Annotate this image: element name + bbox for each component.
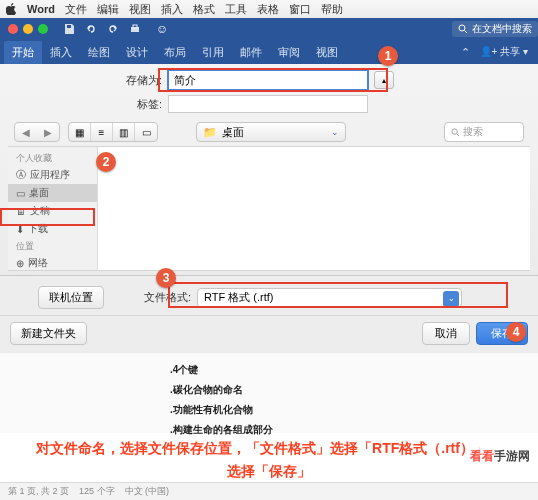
sidebar-favorites-header: 个人收藏	[8, 150, 97, 166]
finder-toolbar: ◀ ▶ ▦ ≡ ▥ ▭ 📁 桌面 ⌄ 搜索	[8, 118, 530, 146]
tab-draw[interactable]: 绘图	[80, 41, 118, 64]
view-columns-icon[interactable]: ▥	[113, 123, 135, 141]
svg-point-2	[459, 25, 465, 31]
menu-edit[interactable]: 编辑	[97, 2, 119, 17]
svg-line-5	[457, 133, 459, 135]
step-badge-2: 2	[96, 152, 116, 172]
sidebar-item-network[interactable]: ⊕网络	[8, 254, 97, 272]
window-controls	[0, 24, 56, 34]
save-dialog: 存储为: ▴ 标签: ◀ ▶ ▦ ≡ ▥ ▭ 📁 桌面 ⌄ 搜索	[0, 64, 538, 276]
view-gallery-icon[interactable]: ▭	[135, 123, 157, 141]
dialog-button-row: 新建文件夹 取消 保存	[0, 315, 538, 353]
minimize-window-icon[interactable]	[23, 24, 33, 34]
tab-insert[interactable]: 插入	[42, 41, 80, 64]
search-icon	[458, 24, 468, 34]
folder-icon: 📁	[203, 126, 217, 139]
search-placeholder: 在文档中搜索	[472, 22, 532, 36]
collapse-dialog-button[interactable]: ▴	[374, 71, 394, 89]
ribbon-expand-icon[interactable]: ⌃	[457, 46, 474, 59]
share-button[interactable]: 👤+ 共享 ▾	[474, 42, 534, 62]
ribbon-top: ☺ 在文档中搜索	[0, 18, 538, 40]
file-list-area[interactable]	[98, 147, 530, 270]
finder-sidebar: 个人收藏 Ⓐ应用程序 ▭桌面 🗎文稿 ⬇下载 位置 ⊕网络 标签 红色	[8, 147, 98, 270]
menu-tools[interactable]: 工具	[225, 2, 247, 17]
chevron-updown-icon: ⌄	[331, 127, 339, 137]
menu-format[interactable]: 格式	[193, 2, 215, 17]
tags-label: 标签:	[8, 97, 168, 112]
sidebar-item-documents[interactable]: 🗎文稿	[8, 202, 97, 220]
documents-icon: 🗎	[16, 206, 26, 217]
app-icon: Ⓐ	[16, 168, 26, 182]
location-dropdown[interactable]: 📁 桌面 ⌄	[196, 122, 346, 142]
save-as-label: 存储为:	[8, 73, 168, 88]
tab-home[interactable]: 开始	[4, 41, 42, 64]
sidebar-locations-header: 位置	[8, 238, 97, 254]
status-words[interactable]: 125 个字	[79, 485, 115, 498]
menu-table[interactable]: 表格	[257, 2, 279, 17]
file-format-select[interactable]: RTF 格式 (.rtf) ⌄	[197, 288, 462, 308]
tab-view[interactable]: 视图	[308, 41, 346, 64]
app-name: Word	[27, 3, 55, 15]
step-badge-3: 3	[156, 268, 176, 288]
finder-search[interactable]: 搜索	[444, 122, 524, 142]
watermark: 看看手游网	[466, 447, 534, 466]
location-label: 桌面	[222, 125, 244, 140]
tab-references[interactable]: 引用	[194, 41, 232, 64]
feedback-icon[interactable]: ☺	[156, 22, 168, 36]
print-icon[interactable]	[128, 22, 142, 36]
chevron-updown-icon: ⌄	[443, 291, 459, 307]
tab-mailings[interactable]: 邮件	[232, 41, 270, 64]
zoom-window-icon[interactable]	[38, 24, 48, 34]
cancel-button[interactable]: 取消	[422, 322, 470, 345]
redo-icon[interactable]	[106, 22, 120, 36]
file-format-value: RTF 格式 (.rtf)	[204, 290, 273, 305]
doc-line: .4个键	[170, 363, 538, 377]
nav-buttons: ◀ ▶	[14, 122, 60, 142]
step-badge-4: 4	[506, 322, 526, 342]
instruction-annotation: 对文件命名，选择文件保存位置，「文件格式」选择「RTF格式（.rtf）」， 选择…	[0, 437, 538, 482]
step-badge-1: 1	[378, 46, 398, 66]
svg-line-3	[465, 31, 468, 34]
status-bar: 第 1 页, 共 2 页 125 个字 中文 (中国)	[0, 482, 538, 500]
sidebar-item-downloads[interactable]: ⬇下载	[8, 220, 97, 238]
downloads-icon: ⬇	[16, 224, 24, 235]
tags-input[interactable]	[168, 95, 368, 113]
forward-button[interactable]: ▶	[37, 123, 59, 141]
tab-review[interactable]: 审阅	[270, 41, 308, 64]
filename-input[interactable]	[168, 70, 368, 90]
document-content: .4个键 .碳化合物的命名 .功能性有机化合物 .构建生命的各组成部分	[0, 353, 538, 433]
svg-point-4	[452, 128, 457, 133]
document-search[interactable]: 在文档中搜索	[452, 21, 538, 37]
menu-file[interactable]: 文件	[65, 2, 87, 17]
online-location-button[interactable]: 联机位置	[38, 286, 104, 309]
view-icons-icon[interactable]: ▦	[69, 123, 91, 141]
network-icon: ⊕	[16, 258, 24, 269]
desktop-icon: ▭	[16, 188, 25, 199]
view-list-icon[interactable]: ≡	[91, 123, 113, 141]
menu-insert[interactable]: 插入	[161, 2, 183, 17]
back-button[interactable]: ◀	[15, 123, 37, 141]
menu-help[interactable]: 帮助	[321, 2, 343, 17]
menu-view[interactable]: 视图	[129, 2, 151, 17]
doc-line: .构建生命的各组成部分	[170, 423, 538, 437]
tab-layout[interactable]: 布局	[156, 41, 194, 64]
menu-window[interactable]: 窗口	[289, 2, 311, 17]
undo-icon[interactable]	[84, 22, 98, 36]
view-mode-segment: ▦ ≡ ▥ ▭	[68, 122, 158, 142]
search-icon	[451, 128, 460, 137]
close-window-icon[interactable]	[8, 24, 18, 34]
status-lang[interactable]: 中文 (中国)	[125, 485, 170, 498]
save-icon[interactable]	[62, 22, 76, 36]
new-folder-button[interactable]: 新建文件夹	[10, 322, 87, 345]
sidebar-item-desktop[interactable]: ▭桌面	[8, 184, 97, 202]
mac-menubar: Word 文件 编辑 视图 插入 格式 工具 表格 窗口 帮助	[0, 0, 538, 18]
sidebar-item-applications[interactable]: Ⓐ应用程序	[8, 166, 97, 184]
status-page[interactable]: 第 1 页, 共 2 页	[8, 485, 69, 498]
tab-design[interactable]: 设计	[118, 41, 156, 64]
format-row: 联机位置 文件格式: RTF 格式 (.rtf) ⌄	[0, 276, 538, 315]
finder-body: 个人收藏 Ⓐ应用程序 ▭桌面 🗎文稿 ⬇下载 位置 ⊕网络 标签 红色	[8, 146, 530, 271]
doc-line: .功能性有机化合物	[170, 403, 538, 417]
ribbon-tabs: 开始 插入 绘图 设计 布局 引用 邮件 审阅 视图 ⌃ 👤+ 共享 ▾	[0, 40, 538, 64]
file-format-label: 文件格式:	[144, 290, 191, 305]
apple-icon[interactable]	[6, 3, 17, 15]
